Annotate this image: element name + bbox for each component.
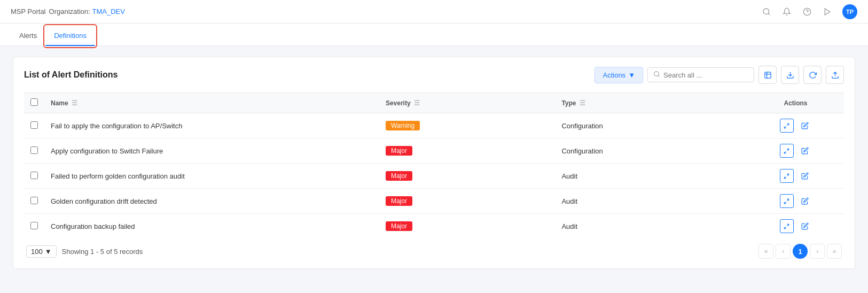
cell-type-2: Audit bbox=[555, 164, 747, 189]
upload-icon-btn[interactable] bbox=[826, 66, 844, 84]
avatar[interactable]: TP bbox=[842, 4, 857, 19]
actions-button[interactable]: Actions ▼ bbox=[595, 67, 643, 83]
collapse-icon-btn[interactable] bbox=[758, 66, 777, 84]
cell-type-1: Configuration bbox=[555, 138, 747, 164]
alert-definitions-table: Name ☰ Severity ☰ Type ☰ bbox=[24, 92, 844, 238]
cell-severity-0: Warning bbox=[379, 113, 556, 138]
severity-badge-0: Warning bbox=[386, 121, 420, 130]
cell-name-3: Golden configuration drift detected bbox=[44, 189, 379, 214]
expand-row-btn-2[interactable] bbox=[780, 169, 794, 183]
top-nav-left: MSP Portal Organization: TMA_DEV bbox=[11, 7, 125, 16]
severity-badge-1: Major bbox=[386, 146, 412, 156]
tab-definitions[interactable]: Definitions bbox=[45, 26, 95, 46]
org-value: TMA_DEV bbox=[92, 7, 124, 16]
showing-text: Showing 1 - 5 of 5 records bbox=[62, 248, 143, 256]
severity-badge-4: Major bbox=[386, 221, 412, 231]
table-row: Apply configuration to Switch Failure Ma… bbox=[24, 138, 844, 164]
type-col-menu-icon[interactable]: ☰ bbox=[580, 99, 585, 107]
table-row: Failed to perform golden configuration a… bbox=[24, 164, 844, 189]
cell-type-4: Audit bbox=[555, 214, 747, 239]
expand-row-btn-1[interactable] bbox=[780, 144, 794, 158]
edit-row-btn-1[interactable] bbox=[798, 144, 812, 158]
chevron-down-icon: ▼ bbox=[628, 71, 635, 79]
next-page-btn[interactable]: › bbox=[810, 244, 825, 259]
cell-type-3: Audit bbox=[555, 189, 747, 214]
expand-row-btn-0[interactable] bbox=[780, 119, 794, 133]
svg-point-0 bbox=[763, 9, 769, 14]
search-icon[interactable] bbox=[761, 6, 772, 17]
page-title: List of Alert Definitions bbox=[24, 70, 118, 80]
card: List of Alert Definitions Actions ▼ bbox=[13, 57, 855, 269]
severity-badge-3: Major bbox=[386, 196, 412, 206]
toolbar-right: Actions ▼ bbox=[595, 66, 844, 84]
row-checkbox-1[interactable] bbox=[30, 146, 38, 154]
select-all-checkbox[interactable] bbox=[30, 98, 38, 106]
col-header-actions: Actions bbox=[747, 93, 844, 113]
page-1-btn[interactable]: 1 bbox=[793, 244, 808, 259]
col-header-name: Name ☰ bbox=[44, 93, 379, 113]
tab-alerts[interactable]: Alerts bbox=[11, 26, 45, 46]
first-page-btn[interactable]: « bbox=[758, 244, 773, 259]
cell-actions-4 bbox=[747, 214, 844, 239]
edit-row-btn-0[interactable] bbox=[798, 119, 812, 133]
cell-type-0: Configuration bbox=[555, 113, 747, 138]
cell-severity-4: Major bbox=[379, 214, 556, 239]
search-box bbox=[647, 67, 754, 82]
search-icon-sm bbox=[653, 71, 660, 79]
svg-line-6 bbox=[658, 75, 659, 76]
app-title: MSP Portal bbox=[11, 7, 46, 16]
cell-name-4: Configuration backup failed bbox=[44, 214, 379, 239]
page-size-chevron-icon: ▼ bbox=[45, 248, 52, 256]
pagination-bar: 100 ▼ Showing 1 - 5 of 5 records « ‹ 1 ›… bbox=[24, 238, 844, 260]
cell-severity-3: Major bbox=[379, 189, 556, 214]
toolbar: List of Alert Definitions Actions ▼ bbox=[24, 66, 844, 84]
cell-severity-2: Major bbox=[379, 164, 556, 189]
prev-page-btn[interactable]: ‹ bbox=[776, 244, 791, 259]
cell-actions-2 bbox=[747, 164, 844, 189]
play-icon[interactable] bbox=[822, 6, 833, 17]
org-label: Organization: TMA_DEV bbox=[49, 7, 125, 16]
row-checkbox-4[interactable] bbox=[30, 222, 38, 229]
cell-actions-3 bbox=[747, 189, 844, 214]
svg-point-5 bbox=[654, 72, 659, 76]
expand-row-btn-4[interactable] bbox=[780, 219, 794, 233]
table-row: Configuration backup failed Major Audit bbox=[24, 214, 844, 239]
row-checkbox-3[interactable] bbox=[30, 197, 38, 204]
cell-name-1: Apply configuration to Switch Failure bbox=[44, 138, 379, 164]
table-header-row: Name ☰ Severity ☰ Type ☰ bbox=[24, 93, 844, 113]
table-row: Fail to apply the configuration to AP/Sw… bbox=[24, 113, 844, 138]
bell-icon[interactable] bbox=[781, 6, 792, 17]
svg-marker-4 bbox=[825, 9, 830, 15]
main-content: List of Alert Definitions Actions ▼ bbox=[0, 46, 868, 293]
page-controls: « ‹ 1 › » bbox=[758, 244, 842, 259]
expand-row-btn-3[interactable] bbox=[780, 194, 794, 208]
table-row: Golden configuration drift detected Majo… bbox=[24, 189, 844, 214]
export-icon-btn[interactable] bbox=[781, 66, 799, 84]
top-nav-right: TP bbox=[761, 4, 857, 19]
edit-row-btn-2[interactable] bbox=[798, 169, 812, 183]
help-icon[interactable] bbox=[802, 6, 812, 17]
last-page-btn[interactable]: » bbox=[827, 244, 842, 259]
page-size-selector[interactable]: 100 ▼ bbox=[26, 245, 57, 258]
severity-col-menu-icon[interactable]: ☰ bbox=[414, 99, 420, 107]
tab-bar: Alerts Definitions bbox=[0, 24, 868, 46]
row-checkbox-2[interactable] bbox=[30, 172, 38, 179]
refresh-icon-btn[interactable] bbox=[803, 66, 822, 84]
row-checkbox-0[interactable] bbox=[30, 121, 38, 129]
col-header-type: Type ☰ bbox=[555, 93, 747, 113]
pagination-left: 100 ▼ Showing 1 - 5 of 5 records bbox=[26, 245, 143, 258]
svg-line-1 bbox=[768, 13, 770, 15]
cell-name-0: Fail to apply the configuration to AP/Sw… bbox=[44, 113, 379, 138]
cell-actions-0 bbox=[747, 113, 844, 138]
severity-badge-2: Major bbox=[386, 171, 412, 181]
cell-name-2: Failed to perform golden configuration a… bbox=[44, 164, 379, 189]
name-col-menu-icon[interactable]: ☰ bbox=[72, 99, 77, 107]
cell-severity-1: Major bbox=[379, 138, 556, 164]
edit-row-btn-3[interactable] bbox=[798, 194, 812, 208]
search-input[interactable] bbox=[663, 71, 748, 79]
col-header-severity: Severity ☰ bbox=[379, 93, 556, 113]
top-nav: MSP Portal Organization: TMA_DEV TP bbox=[0, 0, 868, 24]
edit-row-btn-4[interactable] bbox=[798, 219, 812, 233]
cell-actions-1 bbox=[747, 138, 844, 164]
